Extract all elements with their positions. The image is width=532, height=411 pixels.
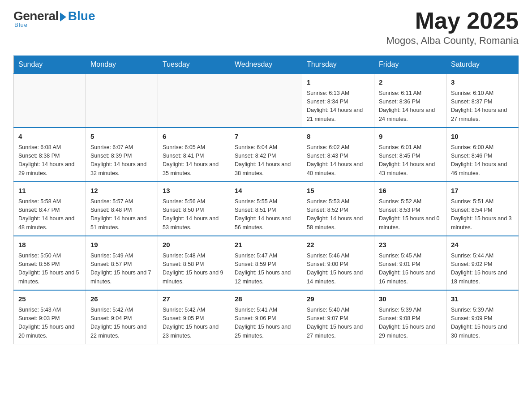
- calendar-cell: 12Sunrise: 5:57 AMSunset: 8:48 PMDayligh…: [86, 182, 158, 236]
- logo-blue-text: Blue: [68, 9, 95, 23]
- day-info: Sunrise: 6:01 AMSunset: 8:45 PMDaylight:…: [379, 143, 442, 178]
- calendar-cell: [230, 73, 302, 128]
- calendar-cell: 10Sunrise: 6:00 AMSunset: 8:46 PMDayligh…: [446, 128, 519, 182]
- day-number: 11: [18, 186, 81, 196]
- day-number: 21: [235, 240, 297, 250]
- week-row-4: 18Sunrise: 5:50 AMSunset: 8:56 PMDayligh…: [14, 236, 519, 290]
- calendar-cell: 15Sunrise: 5:53 AMSunset: 8:52 PMDayligh…: [302, 182, 374, 236]
- day-number: 14: [235, 186, 297, 196]
- day-number: 10: [451, 132, 514, 142]
- calendar-cell: 8Sunrise: 6:02 AMSunset: 8:43 PMDaylight…: [302, 128, 374, 182]
- day-info: Sunrise: 5:45 AMSunset: 9:01 PMDaylight:…: [379, 252, 442, 287]
- week-row-5: 25Sunrise: 5:43 AMSunset: 9:03 PMDayligh…: [14, 290, 519, 344]
- calendar-header-wednesday: Wednesday: [230, 56, 302, 74]
- week-row-2: 4Sunrise: 6:08 AMSunset: 8:38 PMDaylight…: [14, 128, 519, 182]
- day-number: 8: [307, 132, 369, 142]
- day-info: Sunrise: 5:51 AMSunset: 8:54 PMDaylight:…: [451, 197, 514, 232]
- day-number: 26: [90, 294, 153, 304]
- calendar-cell: 2Sunrise: 6:11 AMSunset: 8:36 PMDaylight…: [374, 73, 446, 128]
- day-info: Sunrise: 5:52 AMSunset: 8:53 PMDaylight:…: [379, 197, 442, 232]
- day-info: Sunrise: 5:58 AMSunset: 8:47 PMDaylight:…: [18, 197, 81, 232]
- day-info: Sunrise: 5:41 AMSunset: 9:06 PMDaylight:…: [235, 306, 297, 341]
- calendar-cell: 30Sunrise: 5:39 AMSunset: 9:08 PMDayligh…: [374, 290, 446, 344]
- day-number: 24: [451, 240, 514, 250]
- calendar-cell: 28Sunrise: 5:41 AMSunset: 9:06 PMDayligh…: [230, 290, 302, 344]
- day-number: 1: [307, 77, 369, 88]
- calendar-cell: 26Sunrise: 5:42 AMSunset: 9:04 PMDayligh…: [86, 290, 158, 344]
- calendar-header-monday: Monday: [86, 56, 158, 74]
- day-info: Sunrise: 6:10 AMSunset: 8:37 PMDaylight:…: [451, 89, 514, 124]
- day-number: 18: [18, 240, 81, 250]
- day-number: 22: [307, 240, 369, 250]
- calendar-cell: 3Sunrise: 6:10 AMSunset: 8:37 PMDaylight…: [446, 73, 519, 128]
- calendar-cell: 11Sunrise: 5:58 AMSunset: 8:47 PMDayligh…: [14, 182, 86, 236]
- day-info: Sunrise: 5:43 AMSunset: 9:03 PMDaylight:…: [18, 306, 81, 341]
- calendar-cell: 13Sunrise: 5:56 AMSunset: 8:50 PMDayligh…: [158, 182, 230, 236]
- day-number: 5: [90, 132, 153, 142]
- week-row-1: 1Sunrise: 6:13 AMSunset: 8:34 PMDaylight…: [14, 73, 519, 128]
- calendar-cell: [86, 73, 158, 128]
- day-number: 23: [379, 240, 442, 250]
- calendar-header-thursday: Thursday: [302, 56, 374, 74]
- title-section: May 2025 Mogos, Alba County, Romania: [386, 9, 519, 47]
- logo-arrow-icon: [60, 13, 66, 21]
- logo: General Blue Blue: [13, 9, 95, 28]
- location-title: Mogos, Alba County, Romania: [386, 35, 519, 47]
- day-number: 13: [163, 186, 225, 196]
- calendar-cell: 6Sunrise: 6:05 AMSunset: 8:41 PMDaylight…: [158, 128, 230, 182]
- week-row-3: 11Sunrise: 5:58 AMSunset: 8:47 PMDayligh…: [14, 182, 519, 236]
- calendar-cell: 25Sunrise: 5:43 AMSunset: 9:03 PMDayligh…: [14, 290, 86, 344]
- day-info: Sunrise: 5:55 AMSunset: 8:51 PMDaylight:…: [235, 197, 297, 232]
- day-number: 9: [379, 132, 442, 142]
- day-info: Sunrise: 5:50 AMSunset: 8:56 PMDaylight:…: [18, 252, 81, 287]
- logo-bottom-text: Blue: [14, 21, 28, 28]
- day-info: Sunrise: 6:05 AMSunset: 8:41 PMDaylight:…: [163, 143, 225, 178]
- calendar-cell: 7Sunrise: 6:04 AMSunset: 8:42 PMDaylight…: [230, 128, 302, 182]
- calendar-cell: 1Sunrise: 6:13 AMSunset: 8:34 PMDaylight…: [302, 73, 374, 128]
- day-info: Sunrise: 6:11 AMSunset: 8:36 PMDaylight:…: [379, 89, 442, 124]
- day-number: 29: [307, 294, 369, 304]
- day-info: Sunrise: 5:57 AMSunset: 8:48 PMDaylight:…: [90, 197, 153, 232]
- day-info: Sunrise: 6:04 AMSunset: 8:42 PMDaylight:…: [235, 143, 297, 178]
- month-title: May 2025: [386, 9, 519, 32]
- calendar-cell: 31Sunrise: 5:39 AMSunset: 9:09 PMDayligh…: [446, 290, 519, 344]
- calendar-header-sunday: Sunday: [14, 56, 86, 74]
- day-number: 27: [163, 294, 225, 304]
- day-info: Sunrise: 5:48 AMSunset: 8:58 PMDaylight:…: [163, 252, 225, 287]
- calendar-cell: 17Sunrise: 5:51 AMSunset: 8:54 PMDayligh…: [446, 182, 519, 236]
- day-info: Sunrise: 5:42 AMSunset: 9:05 PMDaylight:…: [163, 306, 225, 341]
- day-info: Sunrise: 5:44 AMSunset: 9:02 PMDaylight:…: [451, 252, 514, 287]
- calendar-header-saturday: Saturday: [446, 56, 519, 74]
- day-info: Sunrise: 5:46 AMSunset: 9:00 PMDaylight:…: [307, 252, 369, 287]
- day-number: 30: [379, 294, 442, 304]
- calendar-cell: 21Sunrise: 5:47 AMSunset: 8:59 PMDayligh…: [230, 236, 302, 290]
- calendar-cell: 19Sunrise: 5:49 AMSunset: 8:57 PMDayligh…: [86, 236, 158, 290]
- calendar-table: SundayMondayTuesdayWednesdayThursdayFrid…: [13, 56, 519, 344]
- calendar-cell: [158, 73, 230, 128]
- calendar-cell: 24Sunrise: 5:44 AMSunset: 9:02 PMDayligh…: [446, 236, 519, 290]
- calendar-header-tuesday: Tuesday: [158, 56, 230, 74]
- day-info: Sunrise: 5:39 AMSunset: 9:09 PMDaylight:…: [451, 306, 514, 341]
- calendar-header-friday: Friday: [374, 56, 446, 74]
- day-info: Sunrise: 5:49 AMSunset: 8:57 PMDaylight:…: [90, 252, 153, 287]
- calendar-cell: 20Sunrise: 5:48 AMSunset: 8:58 PMDayligh…: [158, 236, 230, 290]
- day-info: Sunrise: 5:47 AMSunset: 8:59 PMDaylight:…: [235, 252, 297, 287]
- calendar-cell: 5Sunrise: 6:07 AMSunset: 8:39 PMDaylight…: [86, 128, 158, 182]
- day-number: 28: [235, 294, 297, 304]
- day-info: Sunrise: 6:02 AMSunset: 8:43 PMDaylight:…: [307, 143, 369, 178]
- day-number: 6: [163, 132, 225, 142]
- day-info: Sunrise: 5:56 AMSunset: 8:50 PMDaylight:…: [163, 197, 225, 232]
- day-number: 31: [451, 294, 514, 304]
- page-header: General Blue Blue May 2025 Mogos, Alba C…: [13, 9, 519, 47]
- day-number: 19: [90, 240, 153, 250]
- day-number: 7: [235, 132, 297, 142]
- day-number: 25: [18, 294, 81, 304]
- day-number: 16: [379, 186, 442, 196]
- day-info: Sunrise: 6:13 AMSunset: 8:34 PMDaylight:…: [307, 89, 369, 124]
- day-info: Sunrise: 5:40 AMSunset: 9:07 PMDaylight:…: [307, 306, 369, 341]
- calendar-cell: 16Sunrise: 5:52 AMSunset: 8:53 PMDayligh…: [374, 182, 446, 236]
- calendar-cell: [14, 73, 86, 128]
- day-info: Sunrise: 6:07 AMSunset: 8:39 PMDaylight:…: [90, 143, 153, 178]
- calendar-cell: 29Sunrise: 5:40 AMSunset: 9:07 PMDayligh…: [302, 290, 374, 344]
- day-info: Sunrise: 5:42 AMSunset: 9:04 PMDaylight:…: [90, 306, 153, 341]
